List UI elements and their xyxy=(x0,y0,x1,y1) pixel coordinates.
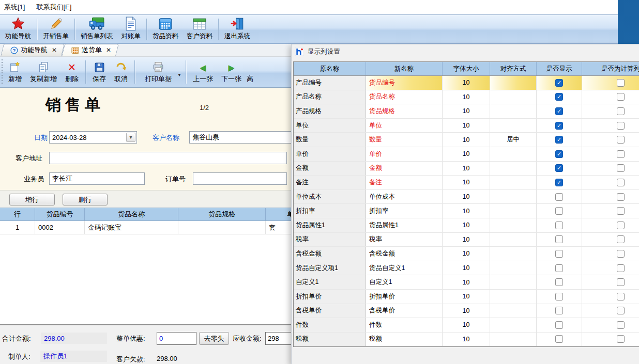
checkbox-unchecked-icon[interactable] xyxy=(617,164,625,172)
font-size-cell[interactable]: 10 xyxy=(443,133,490,147)
toolbar-button-customer-data[interactable]: 客户资料 xyxy=(182,16,217,43)
font-size-cell[interactable]: 10 xyxy=(443,119,490,133)
dialog-table-row[interactable]: 税额税额10 xyxy=(294,333,639,347)
font-size-cell[interactable]: 10 xyxy=(443,176,490,189)
dialog-table-row[interactable]: 件数件数10 xyxy=(294,318,639,333)
calculated-cell[interactable] xyxy=(582,133,639,147)
goods-spec-cell[interactable] xyxy=(178,221,266,234)
goods-code-cell[interactable]: 0002 xyxy=(35,221,85,234)
checkbox-unchecked-icon[interactable] xyxy=(617,264,625,272)
calculated-cell[interactable] xyxy=(582,261,639,275)
dialog-table-row[interactable]: 自定义1自定义110 xyxy=(294,275,639,290)
alignment-cell[interactable] xyxy=(490,333,537,346)
chevron-down-icon[interactable]: ▼ xyxy=(176,73,183,77)
checkbox-unchecked-icon[interactable] xyxy=(555,321,563,329)
dialog-table-row[interactable]: 单价单价10✓ xyxy=(294,147,639,162)
toolbar-button-statement[interactable]: 对账单 xyxy=(117,16,145,43)
new-name-cell[interactable]: 单价 xyxy=(366,147,443,161)
round-off-button[interactable]: 去零头 xyxy=(199,332,229,345)
tab-delivery-note[interactable]: 送货单 ✕ xyxy=(63,44,117,56)
font-size-cell[interactable]: 10 xyxy=(443,290,490,304)
dialog-table-row[interactable]: 货品自定义项1货品自定义110 xyxy=(294,261,639,276)
salesman-input[interactable]: 李长江 xyxy=(49,172,145,185)
alignment-cell[interactable] xyxy=(490,290,537,304)
checkbox-checked-icon[interactable]: ✓ xyxy=(555,150,563,158)
checkbox-unchecked-icon[interactable] xyxy=(617,136,625,144)
save-button[interactable]: 保存 xyxy=(88,57,110,87)
calculated-cell[interactable] xyxy=(582,275,639,289)
delete-button[interactable]: ✕ 删除 xyxy=(61,57,83,87)
font-size-cell[interactable]: 10 xyxy=(443,233,490,247)
dialog-table-row[interactable]: 产品名称货品名称10✓ xyxy=(294,90,639,105)
font-size-cell[interactable]: 10 xyxy=(443,162,490,176)
calculated-cell[interactable] xyxy=(582,318,639,332)
visible-cell[interactable] xyxy=(537,275,582,289)
alignment-cell[interactable] xyxy=(490,190,537,204)
calculated-cell[interactable] xyxy=(582,176,639,189)
print-button[interactable]: 打印单据 xyxy=(138,57,176,87)
calculated-cell[interactable] xyxy=(582,76,639,90)
new-name-cell[interactable]: 件数 xyxy=(366,318,443,332)
calculated-cell[interactable] xyxy=(582,233,639,247)
customer-address-input[interactable] xyxy=(49,152,287,164)
checkbox-unchecked-icon[interactable] xyxy=(617,335,625,343)
font-size-cell[interactable]: 10 xyxy=(443,261,490,275)
checkbox-unchecked-icon[interactable] xyxy=(617,293,625,300)
checkbox-unchecked-icon[interactable] xyxy=(555,207,563,215)
new-button[interactable]: 新增 xyxy=(4,57,26,87)
dialog-table-row[interactable]: 产品编号货品编号10✓ xyxy=(294,76,639,90)
font-size-cell[interactable]: 10 xyxy=(443,333,490,346)
toolbar-button-exit[interactable]: 退出系统 xyxy=(220,16,254,43)
checkbox-checked-icon[interactable]: ✓ xyxy=(555,179,563,186)
close-icon[interactable]: ✕ xyxy=(52,46,57,54)
new-name-cell[interactable]: 税率 xyxy=(366,233,443,247)
new-name-cell[interactable]: 货品自定义1 xyxy=(366,261,443,275)
dialog-table-row[interactable]: 货品属性1货品属性110 xyxy=(294,218,639,233)
date-input[interactable]: 2024-03-28 ▼ xyxy=(49,131,137,144)
dialog-table-row[interactable]: 折扣率折扣率10 xyxy=(294,204,639,218)
visible-cell[interactable] xyxy=(537,261,582,275)
checkbox-checked-icon[interactable]: ✓ xyxy=(555,79,563,87)
checkbox-unchecked-icon[interactable] xyxy=(555,335,563,343)
alignment-cell[interactable] xyxy=(490,147,537,161)
calculated-cell[interactable] xyxy=(582,333,639,346)
font-size-cell[interactable]: 10 xyxy=(443,318,490,332)
dialog-title-bar[interactable]: 显示列设置 xyxy=(292,44,639,59)
dialog-table-row[interactable]: 税率税率10 xyxy=(294,233,639,247)
visible-cell[interactable]: ✓ xyxy=(537,147,582,161)
alignment-cell[interactable] xyxy=(490,233,537,247)
checkbox-unchecked-icon[interactable] xyxy=(617,107,625,115)
checkbox-checked-icon[interactable]: ✓ xyxy=(555,136,563,144)
visible-cell[interactable]: ✓ xyxy=(537,104,582,118)
font-size-cell[interactable]: 10 xyxy=(443,204,490,218)
calculated-cell[interactable] xyxy=(582,162,639,176)
checkbox-unchecked-icon[interactable] xyxy=(617,79,625,87)
calculated-cell[interactable] xyxy=(582,190,639,204)
visible-cell[interactable]: ✓ xyxy=(537,133,582,147)
calculated-cell[interactable] xyxy=(582,119,639,133)
new-name-cell[interactable]: 货品属性1 xyxy=(366,218,443,232)
font-size-cell[interactable]: 10 xyxy=(443,304,490,318)
menu-contact-us[interactable]: 联系我们[E] xyxy=(34,1,73,13)
new-name-cell[interactable]: 含税单价 xyxy=(366,304,443,318)
calculated-cell[interactable] xyxy=(582,147,639,161)
new-name-cell[interactable]: 单位 xyxy=(366,119,443,133)
visible-cell[interactable] xyxy=(537,247,582,261)
toolbar-button-goods-data[interactable]: 货品资料 xyxy=(148,16,182,43)
toolbar-button-sales-list[interactable]: 销售单列表 xyxy=(77,16,117,43)
checkbox-unchecked-icon[interactable] xyxy=(555,264,563,272)
toolbar-drag-handle[interactable] xyxy=(1,59,4,85)
new-name-cell[interactable]: 自定义1 xyxy=(366,275,443,289)
dialog-table-row[interactable]: 折扣单价折扣单价10 xyxy=(294,290,639,304)
checkbox-unchecked-icon[interactable] xyxy=(617,221,625,229)
alignment-cell[interactable] xyxy=(490,176,537,189)
calculated-cell[interactable] xyxy=(582,90,639,104)
alignment-cell[interactable] xyxy=(490,204,537,218)
checkbox-unchecked-icon[interactable] xyxy=(617,278,625,286)
font-size-cell[interactable]: 10 xyxy=(443,104,490,118)
visible-cell[interactable] xyxy=(537,190,582,204)
alignment-cell[interactable] xyxy=(490,318,537,332)
delete-row-button[interactable]: 删行 xyxy=(63,194,108,205)
copy-new-button[interactable]: 复制新增 xyxy=(26,57,61,87)
new-name-cell[interactable]: 货品名称 xyxy=(366,90,443,104)
